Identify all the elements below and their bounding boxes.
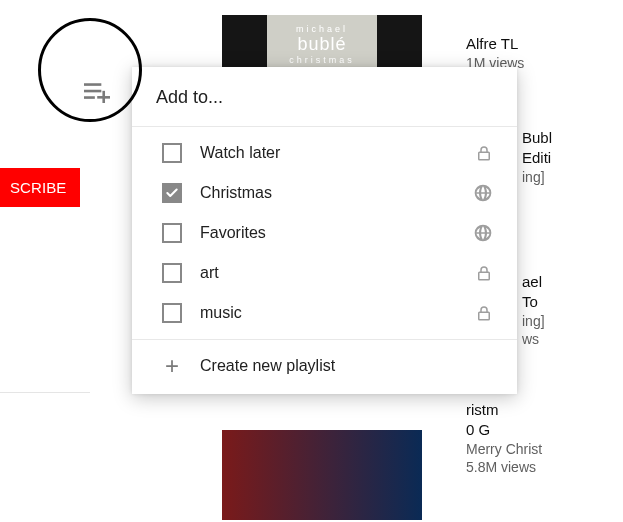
create-playlist-label: Create new playlist — [200, 357, 335, 375]
playlist-row[interactable]: Christmas — [132, 173, 517, 213]
video-meta: Merry Christ — [466, 440, 542, 458]
playlist-checkbox[interactable] — [162, 183, 182, 203]
video-title[interactable]: Editi — [522, 148, 552, 168]
add-to-dialog: Add to... Watch laterChristmasFavoritesa… — [132, 67, 517, 394]
playlist-checkbox[interactable] — [162, 143, 182, 163]
playlist-label: music — [200, 304, 475, 322]
playlist-label: Watch later — [200, 144, 475, 162]
dialog-title: Add to... — [132, 67, 517, 127]
divider — [0, 392, 90, 393]
video-title[interactable]: To — [522, 292, 545, 312]
video-meta: ws — [522, 330, 545, 348]
svg-rect-5 — [479, 152, 490, 160]
lock-icon — [475, 263, 493, 283]
video-title[interactable]: Alfre TL — [466, 34, 524, 54]
svg-rect-0 — [84, 83, 101, 86]
video-meta: 5.8M views — [466, 458, 542, 476]
playlist-checkbox[interactable] — [162, 223, 182, 243]
svg-rect-4 — [97, 96, 110, 99]
playlist-row[interactable]: Watch later — [132, 133, 517, 173]
playlist-row[interactable]: art — [132, 253, 517, 293]
playlist-row[interactable]: Favorites — [132, 213, 517, 253]
add-to-playlist-icon[interactable] — [84, 83, 110, 107]
subscribe-button[interactable]: SCRIBE — [0, 168, 80, 207]
globe-icon — [473, 223, 493, 243]
svg-rect-1 — [84, 90, 101, 93]
playlist-label: art — [200, 264, 475, 282]
playlist-checkbox[interactable] — [162, 303, 182, 323]
video-title[interactable]: ristm — [466, 400, 542, 420]
globe-icon — [473, 183, 493, 203]
playlist-label: Christmas — [200, 184, 473, 202]
playlist-checkbox[interactable] — [162, 263, 182, 283]
playlist-label: Favorites — [200, 224, 473, 242]
svg-rect-2 — [84, 96, 95, 99]
playlist-row[interactable]: music — [132, 293, 517, 333]
video-thumbnail[interactable] — [222, 430, 422, 520]
create-playlist-button[interactable]: + Create new playlist — [132, 340, 517, 394]
lock-icon — [475, 143, 493, 163]
playlist-list: Watch laterChristmasFavoritesartmusic — [132, 127, 517, 340]
video-title[interactable]: ael — [522, 272, 545, 292]
plus-icon: + — [162, 356, 182, 376]
svg-rect-6 — [479, 272, 490, 280]
video-title[interactable]: 0 G — [466, 420, 542, 440]
lock-icon — [475, 303, 493, 323]
video-title[interactable]: Bubl — [522, 128, 552, 148]
video-thumbnail[interactable]: michael bublé christmas — [222, 15, 422, 73]
svg-rect-7 — [479, 312, 490, 320]
video-meta: ing] — [522, 168, 552, 186]
video-meta: ing] — [522, 312, 545, 330]
